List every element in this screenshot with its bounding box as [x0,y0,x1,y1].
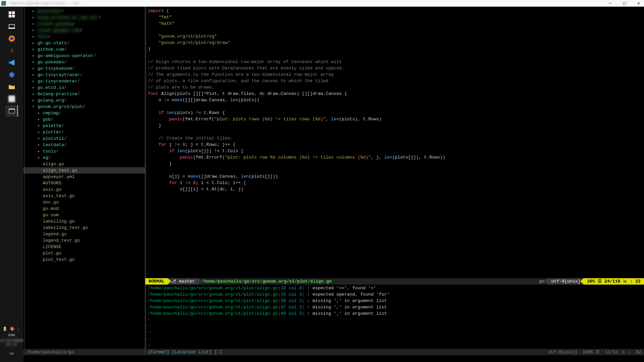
tree-file[interactable]: align_test.go [23,167,145,174]
tree-file[interactable]: appveyor.yml [27,174,145,180]
mode-indicator: NORMAL [145,278,168,285]
quickfix-statusline: [Format] [Location List] [-] utf-8[unix]… [145,349,644,355]
action-center-icon[interactable]: ▭ [0,350,23,357]
command-line[interactable]: vim-go: func Errorf(format string, a ...… [23,355,644,362]
quickfix-entry[interactable]: /home/paschalis/go/src/gonum.org/v1/plot… [148,298,641,304]
windows-icon [8,11,15,18]
vscode-icon[interactable] [5,57,18,68]
firefox-icon[interactable] [5,33,18,44]
quickfix-list[interactable]: /home/paschalis/go/src/gonum.org/v1/plot… [145,285,644,349]
app-icon-6[interactable]: ⬜ [5,93,18,105]
file-path: /home/paschalis/go/src/gonum.org/v1/plot… [198,278,335,285]
tree-file[interactable]: doc.go [27,199,145,205]
svg-rect-5 [8,28,15,29]
tree-file[interactable]: labelling_test.go [27,225,145,231]
svg-rect-10 [9,110,14,113]
file-tree[interactable]: ▸ blackjack/ ▸ blog_archive_at_vps_mir/ … [23,7,145,355]
taskbar: ♫ ⬜ 🔋 🔇 〉 ENG 21:52\nWednesday\n2019-07-… [0,7,23,362]
maximize-button[interactable]: ▢ [620,0,628,6]
tree-folder[interactable]: ▸ plotutil/ [27,135,145,142]
tree-folder[interactable]: ▸ fsck/ [27,34,145,40]
tree-file[interactable]: axis.go [27,186,145,193]
svg-rect-4 [9,24,14,28]
tree-file[interactable]: go.sum [27,212,145,218]
language-indicator[interactable]: ENG [0,333,23,337]
tree-statusline: /home/paschalis/go [23,349,145,355]
tree-folder[interactable]: ▸ go-tinyrenderer/ [27,78,145,84]
tree-folder[interactable]: ▸ cmpimg/ [27,110,145,116]
svg-rect-3 [12,15,15,17]
encoding: utf-8[unix] [548,278,584,285]
tree-folder[interactable]: ▸ go-tinyraytracer/ [27,72,145,78]
window-titlebar: ~/go/src/gonum.org/v1/plot — vim — ▢ ✕ [0,0,644,7]
tree-file[interactable]: legend_test.go [27,237,145,244]
tree-folder[interactable]: ▸ vg/ [27,155,145,161]
close-button[interactable]: ✕ [635,0,643,6]
clock[interactable]: 21:52\nWednesday\n2019-07-17 [0,339,23,347]
svg-rect-0 [9,11,11,14]
tree-file[interactable]: AUTHORS [27,180,145,186]
quickfix-entry[interactable]: /home/paschalis/go/src/gonum.org/v1/plot… [148,304,641,310]
tree-folder[interactable]: ▸ Golang-practice/ [27,91,145,97]
tree-folder[interactable]: ▾ gonum.org/v1/plot/ [27,104,145,110]
tree-folder[interactable]: ▸ gob/ [27,116,145,123]
minimize-button[interactable]: — [606,0,614,6]
tree-folder[interactable]: ▸ plotter/ [27,129,145,135]
tree-file[interactable]: go.mod [27,205,145,212]
statusline: NORMAL ⎇ master /home/paschalis/go/src/g… [145,278,644,285]
tree-file[interactable]: axis_test.go [27,193,145,199]
tree-folder[interactable]: ▸ go-tinykaboom/ [27,65,145,72]
svg-rect-1 [12,11,15,14]
titlebar-text: ~/go/src/gonum.org/v1/plot — vim [8,1,606,5]
app-icon-2[interactable]: ♫ [5,45,18,56]
terminal-icon[interactable] [5,105,18,117]
tree-folder[interactable]: ▸ github.com/ [27,46,145,53]
cursor-position: 20% ☰ 24/119 ㏑ : 22 [584,278,644,285]
tree-folder[interactable]: ▸ testdata/ [27,142,145,148]
tree-folder[interactable]: ▸ tools/ [27,148,145,155]
tree-folder[interactable]: ▸ go-pokedex/ [27,59,145,65]
tree-folder[interactable]: ▸ blog_archive_at_vps_mir/ [27,14,145,21]
app-icon [1,1,6,6]
tree-folder[interactable]: ▸ gh-go-stats/ [27,40,145,46]
tree-file[interactable]: labelling.go [27,218,145,225]
git-branch: ⎇ master [168,278,198,285]
tree-file[interactable]: legend.go [27,231,145,237]
tree-file[interactable]: align.go [27,161,145,167]
tree-folder[interactable]: ▸ client_golang/ [27,21,145,27]
tree-file[interactable]: LICENSE [27,244,145,250]
taskview-icon[interactable] [5,21,18,32]
svg-point-8 [9,72,14,77]
explorer-icon[interactable] [5,81,18,93]
tree-folder[interactable]: ▸ cloud.google.com/ [27,27,145,34]
tree-file[interactable]: plot.go [27,250,145,256]
tree-folder[interactable]: ▸ go-ambiguous-operator/ [27,53,145,59]
svg-rect-2 [9,15,11,17]
quickfix-entry[interactable]: /home/paschalis/go/src/gonum.org/v1/plot… [148,285,641,291]
app-icon-4[interactable] [5,69,18,80]
tree-folder[interactable]: ▸ palette/ [27,123,145,129]
tree-file[interactable]: plot_test.go [27,256,145,263]
code-editor[interactable]: import ( "fmt" "math" "gonum.org/v1/plot… [145,7,644,278]
quickfix-entry[interactable]: /home/paschalis/go/src/gonum.org/v1/plot… [148,310,641,317]
tree-folder[interactable]: ▸ golang.org/ [27,97,145,104]
tree-folder[interactable]: ▸ go.etcd.io/ [27,84,145,91]
start-button[interactable] [5,9,18,20]
svg-point-7 [10,37,14,41]
tray-icons[interactable]: 🔋 🔇 〉 [0,326,23,332]
tree-folder[interactable]: ▸ blackjack/ [27,8,145,14]
quickfix-entry[interactable]: /home/paschalis/go/src/gonum.org/v1/plot… [148,291,641,298]
